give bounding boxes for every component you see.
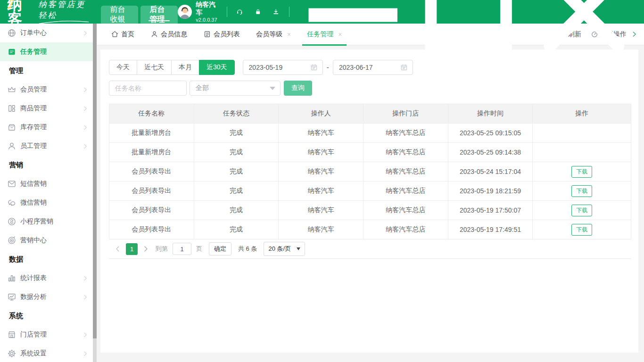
cell-task-status: 完成	[194, 123, 279, 143]
tab-label: 首页	[121, 30, 134, 39]
wechat-marketing-icon	[7, 198, 17, 207]
minimize-button[interactable]	[302, 0, 404, 63]
sidebar-section-title: 系统	[0, 306, 93, 325]
sidebar-item-goods-manage[interactable]: 商品管理	[0, 99, 93, 118]
table-row: 会员列表导出完成纳客汽车纳客汽车总店2023-05-19 17:49:51下载	[109, 220, 631, 239]
mode-tab-frontdesk[interactable]: 前台收银	[101, 6, 138, 24]
cell-time: 2023-05-19 17:49:51	[448, 220, 533, 239]
close-button[interactable]	[533, 0, 635, 63]
next-page-icon[interactable]	[142, 246, 149, 252]
confirm-page-button[interactable]: 确定	[209, 242, 231, 255]
user-icon	[150, 30, 158, 38]
app-slogan: 纳客管店更轻松	[38, 0, 90, 25]
tab-首页[interactable]: 首页	[109, 24, 136, 45]
cell-task-name: 批量新增房台	[109, 123, 194, 143]
quick-range-today[interactable]: 今天	[109, 60, 137, 75]
date-range-separator: -	[327, 63, 329, 72]
chevron-right-icon	[82, 106, 88, 112]
cell-action: 下载	[533, 181, 631, 201]
sidebar-item-system-settings[interactable]: 系统设置	[0, 344, 93, 362]
cell-task-status: 完成	[194, 220, 279, 239]
sidebar-item-label: 数据分析	[20, 293, 82, 301]
sidebar-item-marketing-center[interactable]: 营销中心	[0, 231, 93, 250]
sidebar-item-inventory-manage[interactable]: 库存管理	[0, 118, 93, 137]
cell-operator: 纳客汽车	[279, 201, 363, 220]
member-manage-icon	[7, 85, 17, 94]
cell-time: 2023-05-25 09:14:38	[448, 143, 533, 162]
download-update-icon[interactable]	[272, 7, 280, 16]
order-center-icon	[7, 28, 17, 38]
page-size-select[interactable]: 20 条/页	[264, 242, 305, 256]
chevron-right-icon	[82, 30, 88, 36]
miniapp-marketing-icon	[7, 217, 17, 226]
quick-range-7days[interactable]: 近七天	[137, 60, 172, 75]
data-analysis-icon	[7, 292, 17, 302]
app-logo: 纳客	[8, 0, 32, 26]
col-action: 操作	[533, 104, 631, 123]
cell-task-status: 完成	[194, 201, 279, 220]
cell-store: 纳客汽车总店	[363, 201, 448, 220]
sidebar-item-label: 任务管理	[20, 48, 88, 56]
caret-down-icon	[270, 87, 275, 90]
task-name-input[interactable]	[109, 81, 187, 96]
title-bar: 纳客 纳客管店更轻松 前台收银 后台管理 纳客汽车 v2.0.0.37	[0, 0, 644, 24]
sidebar-item-staff-manage[interactable]: 员工管理	[0, 137, 93, 156]
calendar-icon	[310, 64, 318, 71]
lock-icon[interactable]	[255, 7, 262, 16]
calendar-icon	[400, 64, 408, 71]
search-button[interactable]: 查询	[284, 81, 312, 96]
sidebar-item-task-manage[interactable]: 任务管理	[0, 42, 93, 61]
download-button[interactable]: 下载	[571, 205, 592, 216]
sidebar-item-stats-report[interactable]: 统计报表	[0, 269, 93, 288]
chevron-right-icon	[82, 143, 88, 149]
download-button[interactable]: 下载	[571, 166, 592, 178]
sidebar-item-label: 小程序营销	[20, 217, 88, 226]
maximize-button[interactable]	[417, 0, 520, 63]
cell-operator: 纳客汽车	[279, 181, 363, 201]
page-unit-label: 页	[196, 245, 202, 253]
cell-store: 纳客汽车总店	[363, 143, 448, 162]
goods-manage-icon	[7, 104, 17, 113]
goto-page-input[interactable]	[173, 243, 191, 255]
table-header-row: 任务名称 任务状态 操作人 操作门店 操作时间 操作	[109, 104, 631, 123]
sidebar-scrollbar[interactable]	[93, 24, 97, 362]
avatar[interactable]	[178, 5, 192, 19]
mode-tab-backend[interactable]: 后台管理	[140, 6, 178, 24]
sidebar-item-sms-marketing[interactable]: 短信营销	[0, 174, 93, 193]
col-operator: 操作人	[279, 104, 363, 123]
user-meta: 纳客汽车 v2.0.0.37	[196, 0, 217, 24]
sms-marketing-icon	[7, 179, 17, 189]
download-button[interactable]: 下载	[571, 224, 592, 236]
sidebar-item-data-analysis[interactable]: 数据分析	[0, 288, 93, 306]
sidebar: 订单中心任务管理管理会员管理商品管理库存管理员工管理营销短信营销微信营销小程序营…	[0, 24, 97, 362]
sidebar-item-label: 短信营销	[20, 180, 88, 188]
cell-time: 2023-05-24 15:17:04	[448, 162, 533, 181]
task-table: 任务名称 任务状态 操作人 操作门店 操作时间 操作 批量新增房台完成纳客汽车纳…	[109, 104, 631, 239]
prev-page-icon[interactable]	[115, 246, 121, 252]
sidebar-item-label: 微信营销	[20, 198, 88, 207]
col-time: 操作时间	[448, 104, 533, 123]
cell-store: 纳客汽车总店	[363, 220, 448, 239]
task-type-select[interactable]: 全部	[190, 81, 281, 96]
sidebar-item-label: 员工管理	[20, 142, 82, 150]
current-page-button[interactable]: 1	[126, 243, 138, 255]
customer-service-icon[interactable]	[236, 7, 243, 16]
table-row: 会员列表导出完成纳客汽车纳客汽车总店2023-05-24 15:17:04下载	[109, 162, 631, 181]
store-manage-icon	[7, 330, 17, 339]
download-button[interactable]: 下载	[571, 185, 592, 197]
inventory-manage-icon	[7, 123, 17, 132]
table-row: 批量新增房台完成纳客汽车纳客汽车总店2023-05-25 09:15:05	[109, 123, 631, 143]
cell-operator: 纳客汽车	[279, 162, 363, 181]
table-row: 会员列表导出完成纳客汽车纳客汽车总店2023-05-19 18:21:59下载	[109, 181, 631, 201]
logo-text: 纳客	[8, 0, 23, 27]
sidebar-item-store-manage[interactable]: 门店管理	[0, 325, 93, 344]
sidebar-item-member-manage[interactable]: 会员管理	[0, 80, 93, 99]
sidebar-item-label: 营销中心	[20, 236, 88, 245]
sidebar-scrollbar-thumb[interactable]	[93, 24, 97, 338]
sidebar-item-miniapp-marketing[interactable]: 小程序营销	[0, 212, 93, 231]
sidebar-item-wechat-marketing[interactable]: 微信营销	[0, 193, 93, 212]
chevron-right-icon	[82, 351, 88, 357]
pagination-bar: 1 到第 页 确定 共 6 条 20 条/页	[109, 239, 631, 259]
sidebar-item-label: 库存管理	[20, 123, 82, 132]
home-icon	[111, 30, 119, 38]
